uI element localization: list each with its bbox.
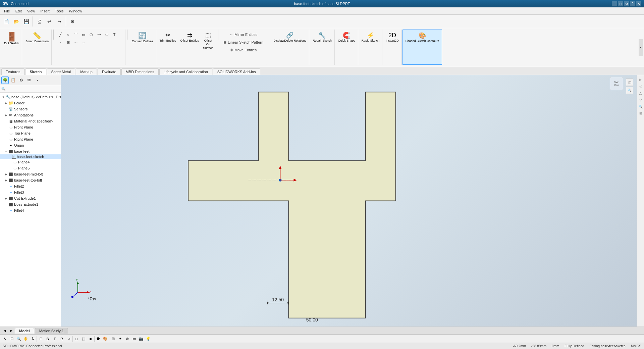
linear-sketch-button[interactable]: ⊞ Linear Sketch Pattern: [221, 39, 265, 46]
tab-scroll-right[interactable]: ►: [8, 327, 15, 334]
tree-fillet3[interactable]: ⌣ Fillet3: [0, 189, 61, 195]
sec-top[interactable]: T: [51, 336, 58, 342]
smart-dimension-button[interactable]: 📏 Smart Dimension: [24, 31, 50, 45]
offset-entities-button[interactable]: ⇉ Offset Entities: [179, 31, 200, 51]
line-tool[interactable]: ╱: [57, 31, 64, 38]
window-controls[interactable]: ─ □ ⚙ ? ✕: [612, 1, 641, 6]
config-tab[interactable]: ⚙: [17, 77, 25, 84]
repair-sketch-button[interactable]: 🔧 Repair Sketch: [311, 31, 333, 44]
tree-right-plane[interactable]: ▭ Right Plane: [0, 136, 61, 142]
sec-wire[interactable]: □: [73, 336, 80, 342]
sec-rotate[interactable]: ↻: [30, 336, 36, 342]
tree-origin[interactable]: ✦ Origin: [0, 142, 61, 148]
point-tool[interactable]: ·: [57, 39, 64, 46]
tab-evaluate[interactable]: Evaluate: [98, 68, 121, 75]
tree-plane4[interactable]: ▭ Plane4: [0, 159, 61, 165]
sec-grid[interactable]: ⊞: [110, 336, 116, 342]
tree-root[interactable]: ▼ 🔧 base (Default) <<Default>_Display St…: [0, 94, 61, 100]
sec-lights[interactable]: 💡: [145, 336, 152, 342]
print-button[interactable]: 🖨: [35, 16, 44, 27]
close-button[interactable]: ✕: [636, 1, 641, 6]
sec-back[interactable]: B: [44, 336, 51, 342]
tree-material[interactable]: ▦ Material <not specified>: [0, 118, 61, 124]
circle-tool[interactable]: ○: [64, 31, 72, 38]
tab-features[interactable]: Features: [1, 68, 24, 75]
tree-cut-extrude1[interactable]: ▶ ⬛ Cut-Extrude1: [0, 195, 61, 201]
mirror-entities-button[interactable]: ↔ Mirror Entities: [221, 31, 265, 38]
tree-boss-extrude1[interactable]: ⬛ Boss-Extrude1: [0, 201, 61, 207]
sec-zoom-area[interactable]: 🔍: [15, 336, 22, 342]
sec-planes[interactable]: ▭: [131, 336, 138, 342]
help-button[interactable]: ?: [630, 1, 635, 6]
sec-front[interactable]: F: [37, 336, 44, 342]
redo-button[interactable]: ↪: [55, 16, 64, 27]
text-tool[interactable]: T: [111, 31, 118, 38]
move-entities-button[interactable]: ✥ Move Entities: [221, 46, 265, 54]
options-button[interactable]: ⚙: [68, 16, 77, 27]
tab-mbd[interactable]: MBD Dimensions: [121, 68, 159, 75]
tab-sheet-metal[interactable]: Sheet Metal: [47, 68, 75, 75]
menu-edit[interactable]: Edit: [13, 8, 24, 14]
restore-button[interactable]: □: [618, 1, 623, 6]
rectangle-tool[interactable]: ▭: [80, 31, 87, 38]
rt-btn-1[interactable]: ▷: [638, 77, 644, 83]
centerline-tool[interactable]: -·-: [72, 39, 79, 46]
toolbar-collapse-button[interactable]: ‹: [639, 39, 643, 56]
tab-addins[interactable]: SOLIDWORKS Add-Ins: [213, 68, 260, 75]
open-button[interactable]: 📂: [11, 16, 21, 27]
tree-base-feet[interactable]: ▼ ⬛ base-feet: [0, 148, 61, 154]
menu-window[interactable]: Window: [66, 8, 85, 14]
rt-btn-2[interactable]: ◁: [638, 83, 644, 89]
tree-top-plane[interactable]: ▭ Top Plane: [0, 130, 61, 136]
save-button[interactable]: 💾: [21, 16, 31, 27]
off-surface-button[interactable]: ⬚ OffsetOnSurface: [202, 31, 215, 51]
tree-annotations[interactable]: ▶ ✏ Annotations: [0, 112, 61, 118]
exit-sketch-button[interactable]: 🚪 Exit Sketch: [3, 31, 20, 47]
tree-plane5[interactable]: ▭ Plane5: [0, 165, 61, 171]
settings-button[interactable]: ⚙: [624, 1, 629, 6]
display-tab[interactable]: 👁: [25, 77, 33, 84]
property-tab[interactable]: 📋: [9, 77, 17, 84]
sec-appear[interactable]: 🎨: [102, 336, 109, 342]
shaded-sketch-button[interactable]: 🎨 Shaded Sketch Contours: [404, 31, 440, 44]
rt-btn-5[interactable]: 🔍: [638, 103, 644, 109]
extras-tab[interactable]: ›: [34, 77, 41, 84]
tree-sensors[interactable]: 📡 Sensors: [0, 106, 61, 112]
sec-select[interactable]: ↖: [1, 336, 8, 342]
ellipse-tool[interactable]: ⬭: [103, 31, 110, 38]
arc-tool[interactable]: ⌒: [72, 31, 79, 38]
trim-entities-button[interactable]: ✂ Trim Entities: [158, 31, 178, 51]
sec-axes[interactable]: ⊕: [124, 336, 130, 342]
minimize-button[interactable]: ─: [612, 1, 617, 6]
sec-origin[interactable]: ✦: [117, 336, 123, 342]
sec-right[interactable]: R: [58, 336, 65, 342]
menu-file[interactable]: File: [1, 8, 13, 14]
view-zoom-button[interactable]: 🔍: [626, 87, 633, 94]
tree-top-loft[interactable]: ▶ ⬛ base-feet-top-loft: [0, 177, 61, 183]
sec-zoom-fit[interactable]: ⊡: [8, 336, 15, 342]
tree-fillet2[interactable]: ⌣ Fillet2: [0, 183, 61, 189]
quick-snaps-button[interactable]: 🧲 Quick Snaps: [337, 31, 357, 44]
tree-mid-loft[interactable]: ▶ ⬛ base-feet-mid-loft: [0, 171, 61, 177]
menu-insert[interactable]: Insert: [38, 8, 52, 14]
feature-tree-tab[interactable]: 🌳: [1, 77, 9, 84]
spline-tool[interactable]: 〜: [95, 31, 103, 38]
fillet-tool[interactable]: ⌣: [80, 39, 87, 46]
tree-base-feet-sketch[interactable]: □ base-feet-sketch: [0, 154, 61, 159]
new-button[interactable]: 📄: [1, 16, 11, 27]
tab-markup[interactable]: Markup: [76, 68, 97, 75]
polygon-tool[interactable]: ⬡: [88, 31, 95, 38]
convert-entities-button[interactable]: 🔄 Convert Entities: [130, 31, 155, 45]
view-orient-button[interactable]: ◫: [626, 79, 633, 86]
tab-scroll-left[interactable]: ◄: [1, 327, 8, 334]
sec-cameras[interactable]: 📷: [138, 336, 145, 342]
tab-lifecycle[interactable]: Lifecycle and Collaboration: [159, 68, 212, 75]
sec-pan[interactable]: ✋: [22, 336, 29, 342]
canvas-area[interactable]: 12.50 50.00 X Y Z *Top: [61, 75, 637, 327]
rapid-sketch-button[interactable]: ⚡ Rapid Sketch: [360, 31, 381, 44]
tree-front-plane[interactable]: ▭ Front Plane: [0, 124, 61, 130]
menu-tools[interactable]: Tools: [52, 8, 66, 14]
sec-hidden[interactable]: ⬚: [80, 336, 87, 342]
bottom-tab-model[interactable]: Model: [15, 328, 34, 334]
bottom-tab-motion[interactable]: Motion Study 1: [35, 328, 68, 334]
